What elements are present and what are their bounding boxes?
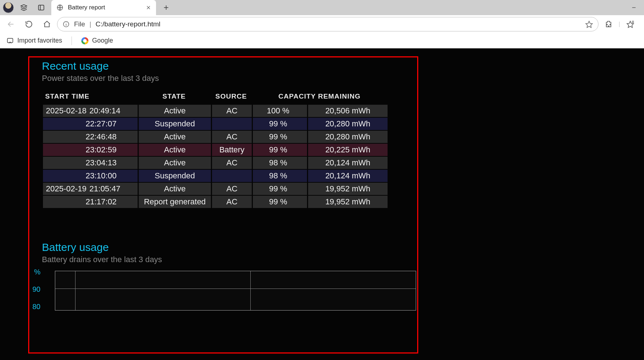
cell-source: AC bbox=[212, 105, 252, 117]
cell-source: Battery bbox=[212, 144, 252, 156]
battery-usage-section: Battery usage Battery drains over the la… bbox=[42, 241, 644, 311]
favorites-list-icon[interactable] bbox=[622, 16, 638, 32]
cell-start-time: 2025-02-1921:05:47 bbox=[43, 183, 138, 195]
col-state: STATE bbox=[139, 90, 211, 104]
nav-home-button[interactable] bbox=[39, 16, 55, 32]
cell-capacity-pct: 98 % bbox=[253, 170, 307, 182]
cell-start-time: 23:02:59 bbox=[43, 144, 138, 156]
cell-start-time: 22:46:48 bbox=[43, 131, 138, 143]
battery-usage-heading: Battery usage bbox=[42, 241, 644, 253]
bookmark-google[interactable]: Google bbox=[79, 35, 115, 46]
import-favorites-label: Import favorites bbox=[17, 37, 62, 44]
bookmark-google-label: Google bbox=[92, 37, 113, 44]
cell-state: Suspended bbox=[139, 118, 211, 130]
chart-gridline-v bbox=[250, 271, 251, 310]
cell-start-time: 21:17:02 bbox=[43, 196, 138, 208]
tab-actions-icon[interactable] bbox=[34, 0, 48, 15]
col-capacity: CAPACITY REMAINING bbox=[253, 90, 388, 104]
globe-icon bbox=[56, 4, 64, 11]
cell-capacity-mwh: 20,124 mWh bbox=[308, 157, 388, 169]
recent-usage-heading: Recent usage bbox=[42, 60, 644, 72]
svg-marker-13 bbox=[627, 21, 634, 27]
cell-capacity-pct: 99 % bbox=[253, 144, 307, 156]
tab-title: Battery report bbox=[68, 4, 142, 11]
ytick-label: % bbox=[30, 268, 40, 285]
cell-source: AC bbox=[212, 183, 252, 195]
cell-capacity-pct: 99 % bbox=[253, 131, 307, 143]
chart-grid bbox=[55, 271, 416, 311]
tab-close-icon[interactable] bbox=[146, 5, 151, 10]
chart-y-axis-labels: % 90 80 bbox=[30, 268, 40, 320]
cell-capacity-pct: 100 % bbox=[253, 105, 307, 117]
cell-capacity-pct: 99 % bbox=[253, 183, 307, 195]
cell-capacity-mwh: 20,506 mWh bbox=[308, 105, 388, 117]
cell-source: AC bbox=[212, 196, 252, 208]
cell-source bbox=[212, 118, 252, 130]
ytick-label: 80 bbox=[30, 303, 40, 320]
address-separator: | bbox=[90, 20, 91, 28]
battery-usage-subheading: Battery drains over the last 3 days bbox=[42, 255, 644, 264]
new-tab-button[interactable] bbox=[159, 0, 173, 15]
page-viewport: Recent usage Power states over the last … bbox=[0, 48, 644, 360]
nav-refresh-button[interactable] bbox=[21, 16, 37, 32]
nav-back-button[interactable] bbox=[3, 16, 19, 32]
table-row: 2025-02-1820:49:14ActiveAC100 %20,506 mW… bbox=[43, 105, 388, 117]
cell-state: Report generated bbox=[139, 196, 211, 208]
cell-state: Suspended bbox=[139, 170, 211, 182]
cell-state: Active bbox=[139, 183, 211, 195]
cell-source bbox=[212, 170, 252, 182]
cell-state: Active bbox=[139, 157, 211, 169]
favorite-star-icon[interactable] bbox=[585, 20, 593, 28]
cell-state: Active bbox=[139, 105, 211, 117]
extensions-icon[interactable] bbox=[601, 16, 617, 32]
cell-state: Active bbox=[139, 144, 211, 156]
cell-capacity-mwh: 20,280 mWh bbox=[308, 118, 388, 130]
import-favorites-button[interactable]: Import favorites bbox=[4, 35, 64, 46]
recent-usage-subheading: Power states over the last 3 days bbox=[42, 74, 644, 83]
table-row: 21:17:02Report generatedAC99 %19,952 mWh bbox=[43, 196, 388, 208]
col-source: SOURCE bbox=[212, 90, 252, 104]
table-row: 22:27:07Suspended99 %20,280 mWh bbox=[43, 118, 388, 130]
bookmark-separator bbox=[72, 36, 72, 45]
profile-avatar[interactable] bbox=[3, 2, 14, 13]
chart-gridline-h bbox=[55, 289, 416, 289]
cell-capacity-mwh: 20,280 mWh bbox=[308, 131, 388, 143]
address-path: C:/battery-report.html bbox=[96, 20, 161, 28]
cell-source: AC bbox=[212, 131, 252, 143]
table-row: 23:02:59ActiveBattery99 %20,225 mWh bbox=[43, 144, 388, 156]
recent-usage-table: START TIME STATE SOURCE CAPACITY REMAINI… bbox=[42, 90, 389, 209]
cell-start-time: 22:27:07 bbox=[43, 118, 138, 130]
cell-source: AC bbox=[212, 157, 252, 169]
bookmarks-bar: Import favorites Google bbox=[0, 33, 644, 48]
cell-capacity-mwh: 19,952 mWh bbox=[308, 183, 388, 195]
address-scheme: File bbox=[74, 20, 85, 28]
recent-usage-section: Recent usage Power states over the last … bbox=[42, 60, 644, 209]
battery-usage-chart: % 90 80 bbox=[42, 271, 644, 311]
site-info-icon[interactable] bbox=[62, 21, 70, 28]
table-row: 23:04:13ActiveAC98 %20,124 mWh bbox=[43, 157, 388, 169]
browser-tab[interactable]: Battery report bbox=[51, 0, 156, 15]
window-controls bbox=[624, 0, 644, 15]
cell-capacity-pct: 98 % bbox=[253, 157, 307, 169]
table-row: 23:10:00Suspended98 %20,124 mWh bbox=[43, 170, 388, 182]
table-header-row: START TIME STATE SOURCE CAPACITY REMAINI… bbox=[43, 90, 388, 104]
google-logo-icon bbox=[81, 37, 88, 44]
window-minimize-button[interactable] bbox=[624, 0, 644, 15]
svg-rect-0 bbox=[39, 5, 44, 10]
cell-capacity-mwh: 20,124 mWh bbox=[308, 170, 388, 182]
cell-start-time: 23:04:13 bbox=[43, 157, 138, 169]
table-row: 2025-02-1921:05:47ActiveAC99 %19,952 mWh bbox=[43, 183, 388, 195]
table-row: 22:46:48ActiveAC99 %20,280 mWh bbox=[43, 131, 388, 143]
chart-gridline-v bbox=[75, 271, 75, 310]
col-start-time: START TIME bbox=[43, 90, 138, 104]
browser-toolbar: File | C:/battery-report.html | bbox=[0, 15, 644, 33]
cell-capacity-mwh: 19,952 mWh bbox=[308, 196, 388, 208]
address-bar[interactable]: File | C:/battery-report.html bbox=[57, 17, 598, 31]
cell-start-time: 2025-02-1820:49:14 bbox=[43, 105, 138, 117]
cell-state: Active bbox=[139, 131, 211, 143]
svg-marker-12 bbox=[586, 21, 592, 27]
cell-capacity-mwh: 20,225 mWh bbox=[308, 144, 388, 156]
import-icon bbox=[7, 37, 14, 44]
workspaces-icon[interactable] bbox=[17, 0, 31, 15]
tab-strip: Battery report bbox=[0, 0, 644, 15]
